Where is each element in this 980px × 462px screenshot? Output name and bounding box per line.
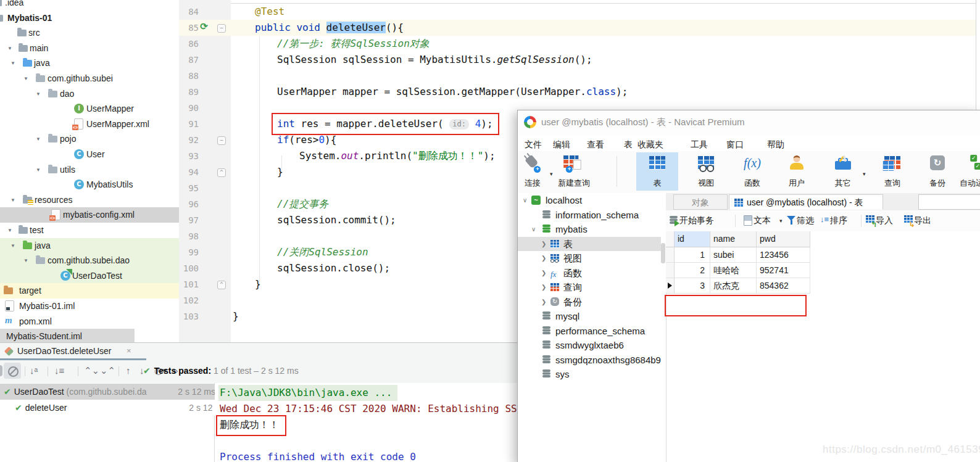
row-selector[interactable] — [666, 247, 675, 263]
sort-by-duration-icon[interactable]: ↓≡ — [54, 365, 64, 376]
sidebar-item-pom-xml[interactable]: mpom.xml — [0, 314, 179, 329]
table-toolbar-导入[interactable]: 导入 — [876, 215, 893, 226]
code-line-84[interactable]: 84@Test — [179, 4, 976, 20]
menu-帮助[interactable]: 帮助 — [767, 139, 784, 151]
collapse-all-icon[interactable]: ⌄⌃ — [100, 365, 115, 376]
grid-cell[interactable]: 854362 — [757, 278, 810, 294]
sidebar-item-mybatis-01[interactable]: Mybatis-01 — [0, 10, 179, 26]
db-tree-item-视图[interactable]: ❯视图 — [518, 251, 661, 266]
fold-end-icon[interactable]: ^ — [217, 168, 226, 177]
code-line-86[interactable]: 86//第一步: 获得SqlSession对象 — [179, 36, 976, 52]
toolbar-button-视图[interactable]: 视图 — [689, 152, 723, 191]
sidebar-item-resources[interactable]: ▼resources — [0, 192, 179, 208]
test-tree-row-deleteUser[interactable]: ✔deleteUser2 s 12 ms — [0, 400, 229, 416]
sidebar-item--idea[interactable]: .idea — [0, 0, 179, 10]
db-tree-item-备份[interactable]: ❯↻备份 — [518, 295, 661, 310]
chevron-expanded-icon[interactable]: ▼ — [36, 167, 41, 173]
db-tree-item-mybatis[interactable]: ∨mybatis — [518, 222, 661, 237]
code-line-85[interactable]: 85⟳−public void deleteUser(){ — [179, 20, 976, 36]
toolbar-button-用户[interactable]: 用户 — [779, 152, 814, 191]
dropdown-arrow-icon[interactable]: ▾ — [863, 171, 866, 177]
sidebar-item-mybatis-config-xml[interactable]: mybatis-config.xml — [0, 207, 179, 223]
fold-collapse-icon[interactable]: − — [217, 24, 226, 33]
sidebar-item-mybatis-01-iml[interactable]: Mybatis-01.iml — [0, 299, 179, 314]
sidebar-item-test[interactable]: ▼test — [0, 223, 179, 238]
sidebar-item-target[interactable]: target — [0, 283, 179, 299]
grid-cell[interactable]: 2 — [675, 263, 710, 278]
row-selector[interactable] — [666, 263, 675, 278]
sort-alphabetically-icon[interactable]: ↓ᵃ — [30, 365, 38, 376]
sidebar-item-java[interactable]: ▼java — [0, 238, 179, 254]
run-console[interactable]: F:\Java\JDK8\bin\java.exe ...Wed Dec 23 … — [215, 383, 517, 462]
fold-collapse-icon[interactable]: − — [217, 136, 226, 145]
sidebar-item-mybatisutils[interactable]: CMybatisUtils — [0, 177, 179, 192]
menu-查看[interactable]: 查看 — [587, 139, 604, 151]
tree-scrollbar-thumb[interactable] — [661, 243, 665, 263]
test-tree-row-UserDaoTest[interactable]: ✔UserDaoTest (com.github.subei.da2 s 12 … — [0, 384, 218, 400]
toolbar-button-表[interactable]: 表 — [636, 152, 678, 191]
menu-窗口[interactable]: 窗口 — [726, 139, 744, 151]
sidebar-item-usermapper-xml[interactable]: UserMapper.xml — [0, 117, 179, 132]
grid-cell[interactable]: 3 — [675, 278, 710, 294]
sidebar-item-user[interactable]: CUser — [0, 147, 179, 162]
sidebar-item-java[interactable]: ▼java — [0, 56, 179, 71]
run-tab-label[interactable]: UserDaoTest.deleteUser — [17, 346, 112, 356]
toolbar-button-其它[interactable]: 其它 — [826, 152, 860, 191]
stop-disabled-icon[interactable] — [8, 366, 19, 377]
toolbar-button-查询[interactable]: 查询 — [875, 152, 910, 191]
chevron-expanded-icon[interactable]: ∨ — [531, 222, 536, 237]
chevron-expanded-icon[interactable]: ∨ — [523, 193, 527, 208]
fold-end-icon[interactable]: ^ — [217, 281, 226, 289]
sidebar-item-dao[interactable]: ▼dao — [0, 86, 179, 102]
toolbar-button-自动运行[interactable]: ✓✓自动运行 — [958, 152, 980, 191]
column-header-pwd[interactable]: pwd — [757, 231, 810, 247]
table-toolbar-文本[interactable]: 文本 — [754, 215, 771, 226]
sidebar-item-utils[interactable]: ▼utils — [0, 162, 179, 178]
db-tree-item-performance_schema[interactable]: performance_schema — [518, 324, 661, 339]
chevron-expanded-icon[interactable]: ▼ — [10, 60, 15, 66]
row-selector[interactable] — [666, 278, 675, 294]
table-toolbar-导出[interactable]: 导出 — [914, 215, 931, 226]
menu-表[interactable]: 表 — [624, 139, 633, 151]
toolbar-button-连接[interactable]: +连接 — [518, 152, 547, 191]
sidebar-item-mybatis-student-iml[interactable]: Mybatis-Student.iml — [0, 329, 179, 342]
table-toolbar-开始事务[interactable]: 开始事务 — [679, 215, 714, 226]
db-tree-item-localhost[interactable]: ∨~localhost — [518, 193, 661, 208]
menu-文件[interactable]: 文件 — [525, 139, 542, 151]
tab-filter-box[interactable] — [918, 194, 980, 210]
chevron-expanded-icon[interactable]: ▼ — [7, 228, 12, 233]
chevron-expanded-icon[interactable]: ▼ — [23, 76, 28, 81]
dropdown-arrow-icon[interactable]: ▾ — [779, 218, 783, 224]
grid-cell[interactable]: 123456 — [757, 247, 810, 263]
db-tree-item-mysql[interactable]: mysql — [518, 309, 661, 324]
menu-工具[interactable]: 工具 — [691, 139, 708, 151]
sidebar-item-pojo[interactable]: ▼pojo — [0, 131, 179, 147]
navicat-title-bar[interactable]: user @mybatis (localhost) - 表 - Navicat … — [518, 110, 980, 135]
sidebar-item-com-github-subei-dao[interactable]: ▼com.github.subei.dao — [0, 253, 179, 268]
db-tree-item-ssmdwyglxtaeb6[interactable]: ssmdwyglxtaeb6 — [518, 338, 661, 353]
sidebar-item-userdaotest[interactable]: CUserDaoTest — [0, 268, 179, 284]
grid-cell[interactable]: 哇哈哈 — [710, 263, 757, 278]
db-tree-item-information_schema[interactable]: information_schema — [518, 208, 661, 223]
grid-cell[interactable]: 欣杰克 — [710, 278, 757, 294]
db-tree-item-查询[interactable]: ❯查询 — [518, 280, 661, 295]
chevron-collapsed-icon[interactable]: ❯ — [541, 237, 546, 252]
chevron-collapsed-icon[interactable]: ❯ — [541, 295, 546, 310]
toolbar-button-新建查询[interactable]: +新建查询 — [552, 152, 596, 191]
chevron-expanded-icon[interactable]: ▼ — [10, 197, 15, 203]
menu-编辑[interactable]: 编辑 — [553, 139, 570, 151]
toolbar-button-备份[interactable]: ↻备份 — [920, 152, 955, 191]
grid-cell[interactable]: 952741 — [757, 263, 810, 278]
sidebar-item-com-github-subei[interactable]: ▼com.github.subei — [0, 71, 179, 86]
chevron-expanded-icon[interactable]: ▼ — [36, 91, 41, 97]
column-header-name[interactable]: name — [710, 231, 757, 247]
chevron-collapsed-icon[interactable]: ❯ — [541, 280, 546, 295]
rerun-test-icon[interactable]: ⟳ — [199, 22, 209, 32]
expand-all-icon[interactable]: ⌃⌄ — [84, 365, 99, 376]
chevron-expanded-icon[interactable]: ▼ — [36, 136, 41, 142]
grid-cell[interactable]: subei — [710, 247, 757, 263]
sidebar-item-main[interactable]: ▼main — [0, 41, 179, 56]
code-line-89[interactable]: 89UserMapper mapper = sqlSession.getMapp… — [179, 84, 976, 100]
run-tab-bar[interactable]: UserDaoTest.deleteUser × — [0, 343, 517, 360]
tab-objects[interactable]: 对象 — [673, 194, 728, 210]
